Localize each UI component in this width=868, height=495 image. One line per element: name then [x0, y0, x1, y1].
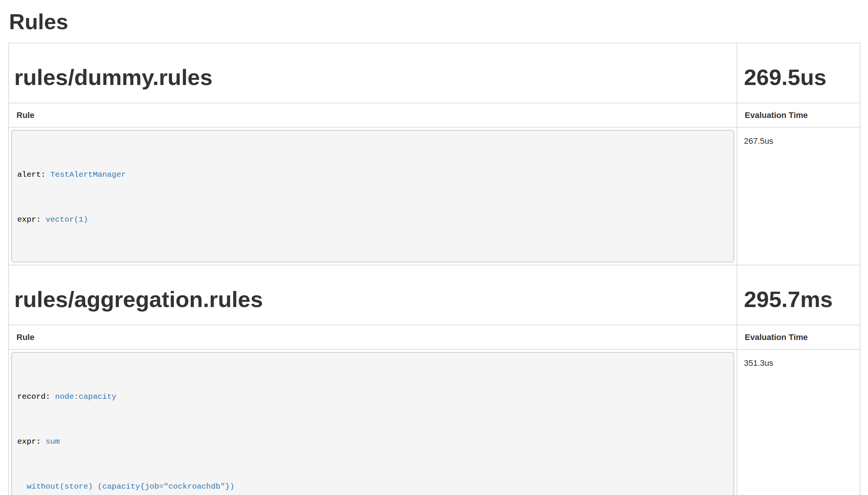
code-line: record: node:capacity [17, 389, 728, 404]
eval-time-value: 267.5us [737, 127, 860, 265]
code-key: record: [17, 392, 55, 401]
group-row: rules/aggregation.rules 295.7ms [9, 265, 860, 325]
group-file-name: rules/dummy.rules [14, 65, 730, 90]
rule-column-header: Rule [9, 325, 737, 349]
rule-row: alert: TestAlertManager expr: vector(1) … [9, 127, 860, 265]
code-line: without(store) (capacity{job="cockroachd… [17, 479, 728, 494]
code-line: alert: TestAlertManager [17, 167, 728, 182]
group-file-name: rules/aggregation.rules [14, 287, 730, 312]
rule-code-cell: record: node:capacity expr: sum without(… [9, 349, 737, 495]
eval-time-column-header: Evaluation Time [737, 103, 860, 127]
rules-table: rules/dummy.rules 269.5us Rule Evaluatio… [8, 43, 861, 495]
rules-page: Rules rules/dummy.rules 269.5us Rule Eva… [0, 10, 868, 495]
code-line: expr: vector(1) [17, 212, 728, 227]
group-row: rules/dummy.rules 269.5us [9, 43, 860, 103]
column-header-row: Rule Evaluation Time [9, 103, 860, 127]
rule-column-header: Rule [9, 103, 737, 127]
code-value-link[interactable]: vector(1) [46, 215, 88, 224]
group-eval-time: 295.7ms [744, 287, 853, 312]
code-value-link[interactable]: sum [46, 437, 60, 446]
group-eval-cell: 295.7ms [737, 265, 860, 325]
code-value-link[interactable]: node:capacity [55, 392, 117, 401]
code-key: alert: [17, 170, 50, 179]
eval-time-value: 351.3us [737, 349, 860, 495]
page-title: Rules [9, 10, 860, 34]
code-key: expr: [17, 215, 46, 224]
code-value-link[interactable]: TestAlertManager [50, 170, 126, 179]
group-file-cell: rules/aggregation.rules [9, 265, 737, 325]
column-header-row: Rule Evaluation Time [9, 325, 860, 349]
rule-row: record: node:capacity expr: sum without(… [9, 349, 860, 495]
code-line: expr: sum [17, 434, 728, 449]
rule-code-cell: alert: TestAlertManager expr: vector(1) [9, 127, 737, 265]
rule-code-block: alert: TestAlertManager expr: vector(1) [11, 130, 734, 262]
code-value-link[interactable]: without(store) (capacity{job="cockroachd… [17, 482, 235, 491]
group-eval-cell: 269.5us [737, 43, 860, 103]
group-file-cell: rules/dummy.rules [9, 43, 737, 103]
eval-time-column-header: Evaluation Time [737, 325, 860, 349]
code-key: expr: [17, 437, 46, 446]
group-eval-time: 269.5us [744, 65, 853, 90]
rule-code-block: record: node:capacity expr: sum without(… [11, 352, 734, 495]
